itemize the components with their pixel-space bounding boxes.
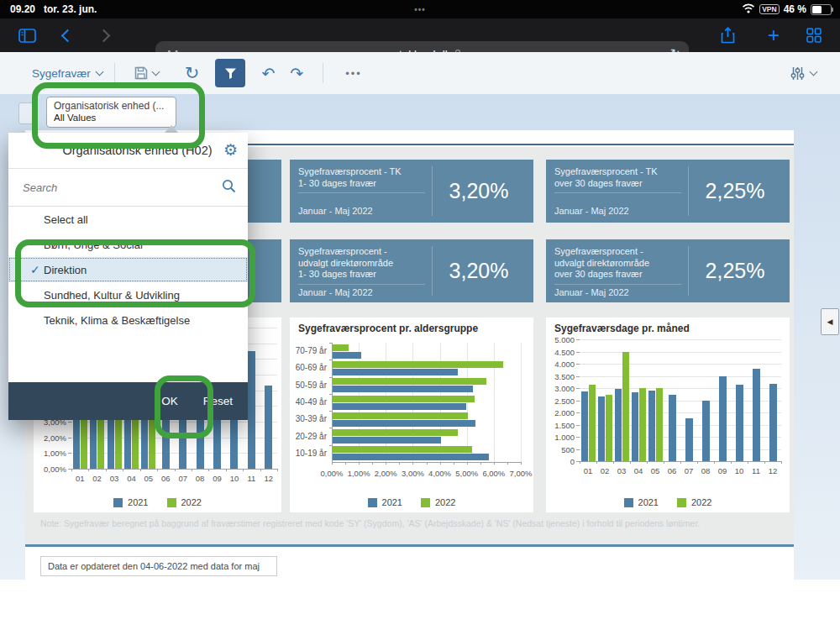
bar-2022-02[interactable] <box>606 395 612 461</box>
axis-tick <box>576 437 580 438</box>
redo-button[interactable]: ↷ <box>290 64 303 82</box>
bar-2021-08[interactable] <box>702 401 710 462</box>
filter-option-direktion[interactable]: ✓Direktion <box>8 257 248 282</box>
tile-value: 3,20% <box>433 246 525 296</box>
app-toolbar: Sygefravær ↻ ↶ ↷ ••• <box>0 52 840 95</box>
tile-period: Januar - Maj 2022 <box>554 203 681 216</box>
bar-2021-12[interactable] <box>769 384 777 461</box>
axis-tick <box>277 469 278 471</box>
page-icon <box>18 102 34 124</box>
bar-2022-01[interactable] <box>589 385 596 461</box>
y-tick-label: 1.000 <box>543 433 575 442</box>
bar-2021-07[interactable] <box>685 418 693 461</box>
x-tick-label: 06 <box>156 474 175 483</box>
axis-tick <box>613 461 614 464</box>
x-tick-label: 09 <box>208 474 227 483</box>
category-label: 40-49 år <box>286 397 327 407</box>
x-axis <box>332 462 521 463</box>
x-tick-label: 10 <box>225 474 244 483</box>
bar-2021-05[interactable] <box>648 391 655 461</box>
bar-2022-50-59 år[interactable] <box>333 378 486 385</box>
axis-tick <box>576 401 580 402</box>
refresh-button[interactable]: ↻ <box>185 63 200 83</box>
bar-2021-04[interactable] <box>632 392 638 461</box>
kpi-tile-direktor-1-30[interactable]: Sygefraværsprocent -udvalgt direktørområ… <box>290 239 533 302</box>
bar-2022-03[interactable] <box>622 352 629 461</box>
reset-button[interactable]: Reset <box>203 395 233 407</box>
bar-2021-40-49 år[interactable] <box>333 403 466 410</box>
filter-option-sundhed-kultur-udvikling[interactable]: Sundhed, Kultur & Udvikling <box>8 282 248 307</box>
kpi-tile-direktor-over-30[interactable]: Sygefraværsprocent -udvalgt direktørområ… <box>546 239 790 302</box>
filter-option-b-rn-unge-social[interactable]: Børn, Unge & Social <box>8 232 248 257</box>
bar-2021-09[interactable] <box>719 376 727 461</box>
y-tick-label: 0 <box>543 457 575 466</box>
bar-2021-12[interactable] <box>265 386 272 469</box>
bar-2022-05[interactable] <box>656 388 663 461</box>
legend-entry-2021: 2021 <box>368 497 402 507</box>
controls-menu-button[interactable] <box>790 66 816 81</box>
chart-title: Sygefraværsprocent pr. aldersgruppe <box>298 323 478 334</box>
bar-2021-30-39 år[interactable] <box>333 420 475 427</box>
filter-option-teknik-klima-besk-ftigelse[interactable]: Teknik, Klima & Beskæftigelse <box>8 307 248 333</box>
bar-2021-50-59 år[interactable] <box>333 386 473 392</box>
story-title-menu[interactable]: Sygefravær <box>32 67 102 80</box>
tile-title-line: Sygefraværsprocent - TK <box>554 166 681 178</box>
collapse-panel-arrow-button[interactable]: ◀ <box>821 308 839 335</box>
bar-2021-70-79 år[interactable] <box>333 352 361 359</box>
select-all-item[interactable]: Select all <box>8 207 248 232</box>
search-input[interactable] <box>21 181 209 195</box>
footnote: Note: Sygefravær beregnet på baggrund af… <box>40 518 788 528</box>
popover-arrow <box>165 125 178 133</box>
bar-2021-60-69 år[interactable] <box>333 369 458 375</box>
forward-button[interactable] <box>99 31 108 40</box>
sidebar-icon[interactable] <box>18 29 36 43</box>
x-tick-label: 02 <box>88 474 107 483</box>
x-tick-label: 04 <box>629 466 648 475</box>
tile-title-line: 1- 30 dages fravær <box>298 269 425 281</box>
gear-icon[interactable]: ⚙ <box>223 140 238 159</box>
bar-2022-04[interactable] <box>639 388 646 461</box>
x-tick-label: 08 <box>696 466 715 475</box>
kpi-tile-tk-over-30[interactable]: Sygefraværsprocent - TKover 30 dages fra… <box>546 160 790 223</box>
kpi-tile-tk-1-30[interactable]: Sygefraværsprocent - TK1- 30 dages fravæ… <box>290 160 533 223</box>
bar-2021-11[interactable] <box>248 351 255 469</box>
data-updated-text: Data er opdateret den 04-06-2022 med dat… <box>40 556 277 576</box>
y-tick-label: 5.000 <box>543 335 575 344</box>
bar-2022-20-29 år[interactable] <box>333 429 458 436</box>
bar-2022-70-79 år[interactable] <box>333 344 349 351</box>
chevron-down-icon <box>95 68 103 76</box>
bar-2021-11[interactable] <box>753 369 760 461</box>
chart-title: Sygefraværsdage pr. måned <box>554 323 690 334</box>
chart-legend: 20212022 <box>290 497 533 507</box>
ok-button[interactable]: OK <box>161 395 178 407</box>
bar-2022-60-69 år[interactable] <box>333 361 503 368</box>
bar-2021-20-29 år[interactable] <box>333 437 441 444</box>
new-tab-icon[interactable]: + <box>768 24 780 47</box>
bar-2021-10-19 år[interactable] <box>333 454 489 460</box>
ios-status-bar: 09.20 tor. 23. jun. ••• VPN 46 % <box>0 0 840 18</box>
save-button[interactable] <box>134 66 159 80</box>
search-icon[interactable] <box>222 179 236 197</box>
undo-button[interactable]: ↶ <box>261 64 275 82</box>
legend-entry-2022: 2022 <box>167 497 202 507</box>
share-icon[interactable] <box>721 27 735 44</box>
bar-2021-01[interactable] <box>581 391 588 461</box>
more-button[interactable]: ••• <box>345 67 362 80</box>
filter-chip-organisatorisk-enhed[interactable]: Organisatorisk enhed (... All Values <box>46 97 176 128</box>
bar-2022-40-49 år[interactable] <box>333 396 475 402</box>
bar-2021-06[interactable] <box>669 395 676 461</box>
axis-tick <box>748 461 748 464</box>
bar-2021-10[interactable] <box>736 385 743 461</box>
axis-tick <box>680 461 681 464</box>
bar-2022-10-19 år[interactable] <box>333 446 472 453</box>
legend-swatch <box>113 498 123 507</box>
tile-title: Sygefraværsprocent - TK1- 30 dages fravæ… <box>298 166 425 193</box>
tabs-icon[interactable] <box>806 28 822 43</box>
filter-button-active[interactable] <box>215 59 245 87</box>
back-button[interactable] <box>63 31 72 40</box>
axis-tick <box>329 377 332 378</box>
bar-2021-02[interactable] <box>598 396 605 461</box>
checkmark-icon: ✓ <box>30 263 40 276</box>
bar-2021-03[interactable] <box>615 389 622 461</box>
bar-2022-30-39 år[interactable] <box>333 412 468 419</box>
